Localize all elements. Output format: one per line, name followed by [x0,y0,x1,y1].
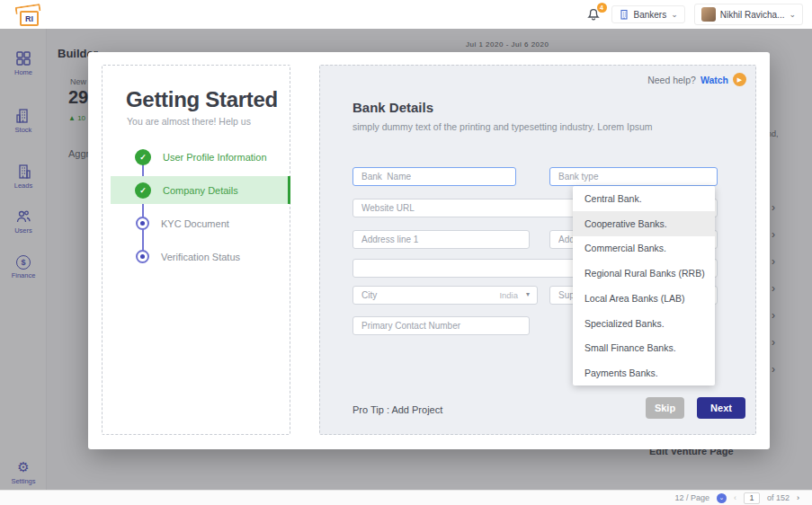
building-icon [619,9,629,20]
step-label: Verification Status [161,252,240,262]
dropdown-option[interactable]: Payments Banks. [573,360,715,385]
dropdown-option[interactable]: Commercial Banks. [573,236,715,261]
skip-button[interactable]: Skip [646,397,684,419]
next-page-button[interactable]: › [797,493,799,502]
step-user-profile[interactable]: ✓ User Profile Information [111,143,290,171]
primary-contact-input[interactable] [352,316,530,335]
help-text: Need help? [647,75,696,85]
check-circle-icon: ✓ [135,149,151,165]
per-page-dropdown-icon[interactable]: ⌄ [717,493,727,503]
app-header: RI 4 Bankers ⌄ Nikhil Ravicha... ⌄ [0,0,812,29]
avatar [701,7,716,22]
bank-name-input[interactable] [352,167,516,186]
step-label: User Profile Information [163,152,267,163]
user-menu-label: Nikhil Ravicha... [720,10,785,20]
dropdown-option[interactable]: Small Finance Banks. [573,336,715,361]
step-label: KYC Document [161,218,229,229]
logo-text: RI [20,11,39,26]
user-menu[interactable]: Nikhil Ravicha... ⌄ [694,4,803,25]
watch-link[interactable]: Watch [700,75,728,85]
dropdown-option-highlighted[interactable]: Cooperative Banks. [573,211,715,236]
radio-circle-icon [136,217,149,230]
app-screen: Builder New 29 ▲ 10 Aggregate Jul 1 2020… [0,0,812,505]
dropdown-option[interactable]: Central Bank. [573,186,715,211]
radio-circle-icon [136,250,149,263]
header-actions: 4 Bankers ⌄ Nikhil Ravicha... ⌄ [586,0,803,29]
chevron-down-icon: ⌄ [789,11,796,19]
notification-badge: 4 [597,3,607,13]
next-button[interactable]: Next [697,397,745,419]
dropdown-option[interactable]: Regional Rural Banks (RRB) [573,261,715,286]
caret-down-icon[interactable]: ▾ [526,290,530,298]
org-menu[interactable]: Bankers ⌄ [611,5,685,23]
check-circle-icon: ✓ [135,182,151,199]
org-menu-label: Bankers [634,10,667,20]
step-company-details[interactable]: ✓ Company Details [111,176,290,204]
step-label: Company Details [163,185,238,196]
app-logo[interactable]: RI [14,4,47,28]
step-connector-line [142,156,144,256]
bank-type-select[interactable] [549,167,718,186]
radio-dot [140,221,145,226]
bank-type-dropdown: Central Bank. Cooperative Banks. Commerc… [573,186,715,385]
pro-tip-text: Pro Tip : Add Project [352,404,442,415]
help-row: Need help? Watch ▶ [647,73,746,86]
current-page-input[interactable]: 1 [744,492,760,504]
wizard-panel: Getting Started You are almost there! He… [102,65,290,435]
pagination-bar: 12 / Page ⌄ ‹ 1 of 152 › [0,490,812,505]
getting-started-modal: Getting Started You are almost there! He… [88,52,770,449]
form-title: Bank Details [352,100,433,115]
step-verification-status[interactable]: Verification Status [111,243,290,270]
wizard-title: Getting Started [126,87,290,112]
address-line-1-input[interactable] [352,230,530,249]
dropdown-option[interactable]: Specialized Banks. [573,311,715,336]
notifications-button[interactable]: 4 [586,6,602,22]
dropdown-option[interactable]: Local Area Banks (LAB) [573,286,715,311]
city-field: India ▾ [352,286,538,305]
step-kyc-document[interactable]: KYC Document [111,209,290,237]
wizard-subtitle: You are almost there! Help us [127,116,290,127]
prev-page-button[interactable]: ‹ [734,493,736,502]
chevron-down-icon: ⌄ [671,11,678,19]
country-select-value[interactable]: India [499,290,518,300]
form-subtitle: simply dummy text of the printing and ty… [352,121,653,132]
total-pages-label: of 152 [767,493,790,502]
video-icon[interactable]: ▶ [733,73,746,86]
per-page-label: 12 / Page [674,493,709,502]
radio-dot [140,254,145,259]
